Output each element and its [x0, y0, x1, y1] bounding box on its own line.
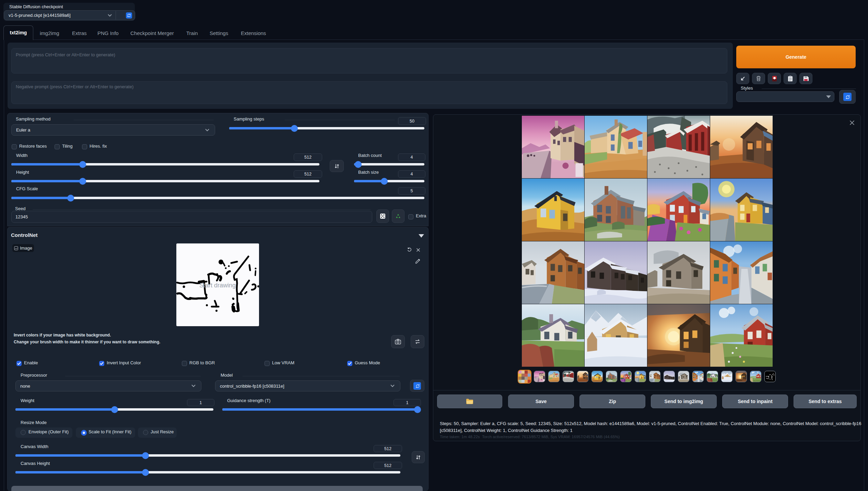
svg-text:Start drawing: Start drawing	[199, 282, 236, 289]
